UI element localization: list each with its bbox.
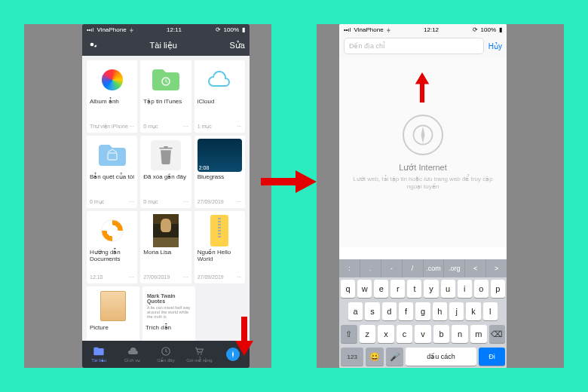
image-thumbnail: [100, 291, 126, 321]
tile-name: Đã xóa gần đây: [143, 174, 188, 181]
emoji-key[interactable]: 😀: [366, 348, 383, 366]
document-tile[interactable]: Đã xóa gần đây0 mục⋯: [140, 136, 191, 208]
keyboard-key[interactable]: o: [474, 280, 488, 298]
cancel-button[interactable]: Hủy: [488, 42, 502, 51]
keyboard-key[interactable]: j: [449, 302, 464, 320]
document-tile[interactable]: Mark Twain QuotesA lie can travel half w…: [142, 286, 195, 341]
compass-icon: [403, 115, 443, 155]
edit-button[interactable]: Sửa: [230, 41, 245, 51]
tab-cloud[interactable]: Dịch vụ: [115, 341, 149, 368]
keyboard-key[interactable]: t: [407, 280, 421, 298]
keyboard-key[interactable]: z: [360, 325, 376, 343]
signal-icon: ••ıl: [344, 26, 351, 33]
keyboard-key[interactable]: h: [433, 302, 447, 320]
svg-point-4: [201, 354, 202, 355]
status-bar: ••ıl VinaPhone ⏚ 12:11 ⟳ 100% ▮: [82, 24, 250, 35]
keyboard-accessory-key[interactable]: /: [403, 259, 424, 277]
trash-icon: [151, 140, 181, 170]
video-thumbnail: [198, 139, 242, 172]
document-tile[interactable]: Bluegrass27/09/2019⋯: [194, 136, 245, 208]
tile-meta: 1 mục: [198, 124, 212, 130]
status-time: 12:12: [392, 26, 471, 33]
keyboard-accessory-key[interactable]: <: [465, 259, 486, 277]
keyboard-key[interactable]: f: [399, 302, 413, 320]
keyboard-key[interactable]: b: [433, 325, 450, 343]
more-icon[interactable]: ⋯: [237, 274, 242, 280]
numbers-key[interactable]: 123: [341, 348, 363, 366]
keyboard-key[interactable]: r: [390, 280, 405, 298]
more-icon[interactable]: ⋯: [129, 124, 134, 130]
tile-meta: 0 mục: [143, 199, 158, 205]
phone-browser: ••ıl VinaPhone ⏚ 12:12 ⟳ 100% ▮ Đến địa …: [339, 24, 507, 368]
keyboard-accessory-key[interactable]: -: [381, 259, 403, 277]
document-tile[interactable]: Bản quét của tôi0 mục⋯: [87, 136, 137, 208]
keyboard-key[interactable]: e: [374, 280, 388, 298]
keyboard-key[interactable]: y: [424, 280, 438, 298]
more-icon[interactable]: ⋯: [237, 199, 242, 205]
keyboard-key[interactable]: l: [483, 302, 498, 320]
signal-icon: ••ıl: [87, 26, 94, 33]
rotation-lock-icon: ⟳: [473, 26, 478, 33]
backspace-key[interactable]: ⌫: [489, 325, 506, 343]
tab-clock[interactable]: Gần đây: [149, 341, 182, 368]
document-tile[interactable]: iCloud1 mục⋯: [194, 60, 245, 133]
tile-name: Album ảnh: [90, 99, 134, 106]
address-input[interactable]: Đến địa chỉ: [344, 38, 484, 54]
document-tile[interactable]: Picture⋯: [87, 286, 139, 341]
document-tile[interactable]: Tập tin iTunes0 mục⋯: [140, 60, 191, 133]
keyboard-key[interactable]: k: [466, 302, 480, 320]
zip-icon: [210, 215, 228, 247]
tile-name: Hướng dẫn Documents: [90, 250, 134, 263]
keyboard-key[interactable]: w: [357, 280, 372, 298]
tile-meta: 12:10: [90, 274, 103, 280]
cloud-icon: [206, 71, 233, 89]
keyboard-key[interactable]: m: [470, 325, 487, 343]
keyboard-key[interactable]: c: [397, 325, 413, 343]
keyboard-accessory-key[interactable]: >: [486, 259, 507, 277]
document-tile[interactable]: Mona Lisa27/09/2019⋯: [140, 211, 191, 283]
arrow-down-icon: [235, 317, 253, 359]
keyboard-accessory-key[interactable]: .org: [444, 259, 465, 277]
keyboard-key[interactable]: g: [415, 302, 430, 320]
arrow-right-icon: [261, 170, 317, 196]
tile-meta: 27/09/2019: [198, 199, 224, 205]
keyboard-accessory-key[interactable]: :: [339, 259, 360, 277]
keyboard-key[interactable]: v: [415, 325, 431, 343]
space-key[interactable]: dấu cách: [406, 348, 476, 366]
tab-label: Gần đây: [157, 357, 174, 363]
settings-button[interactable]: [87, 39, 97, 51]
more-icon[interactable]: ⋯: [183, 199, 188, 205]
shift-key[interactable]: ⇧: [341, 325, 357, 343]
tab-label: Dịch vụ: [124, 357, 140, 363]
more-icon[interactable]: ⋯: [129, 199, 134, 205]
more-icon[interactable]: ⋯: [129, 274, 134, 280]
more-icon[interactable]: ⋯: [183, 274, 188, 280]
go-key[interactable]: Đi: [479, 348, 505, 366]
keyboard-key[interactable]: d: [382, 302, 397, 320]
document-tile[interactable]: Album ảnhThư viện iPhone⋯: [87, 60, 137, 133]
keyboard-key[interactable]: n: [452, 325, 468, 343]
keyboard-accessory-key[interactable]: .: [360, 259, 381, 277]
keyboard-key[interactable]: a: [348, 302, 363, 320]
tab-cart[interactable]: Gói mở rộng: [182, 341, 216, 368]
keyboard-key[interactable]: x: [378, 325, 394, 343]
address-placeholder: Đến địa chỉ: [349, 42, 385, 50]
document-tile[interactable]: Nguồn Hello World27/09/2019⋯: [194, 211, 245, 283]
keyboard-key[interactable]: s: [365, 302, 379, 320]
svg-point-3: [198, 354, 199, 355]
carrier-label: VinaPhone: [354, 26, 384, 33]
more-icon[interactable]: ⋯: [237, 124, 242, 130]
tab-folder[interactable]: Tài liệu: [82, 341, 115, 368]
document-tile[interactable]: Hướng dẫn Documents12:10⋯: [87, 211, 137, 283]
keyboard-key[interactable]: i: [458, 280, 472, 298]
tile-meta: 0 mục: [143, 124, 158, 130]
keyboard-accessory-key[interactable]: .com: [424, 259, 445, 277]
status-bar: ••ıl VinaPhone ⏚ 12:12 ⟳ 100% ▮: [339, 24, 507, 35]
tile-name: Bản quét của tôi: [90, 174, 134, 181]
keyboard-key[interactable]: q: [341, 280, 355, 298]
keyboard-key[interactable]: u: [441, 280, 455, 298]
mic-key[interactable]: 🎤: [386, 348, 403, 366]
folder-icon: [97, 143, 127, 167]
keyboard-key[interactable]: p: [491, 280, 505, 298]
more-icon[interactable]: ⋯: [183, 124, 188, 130]
